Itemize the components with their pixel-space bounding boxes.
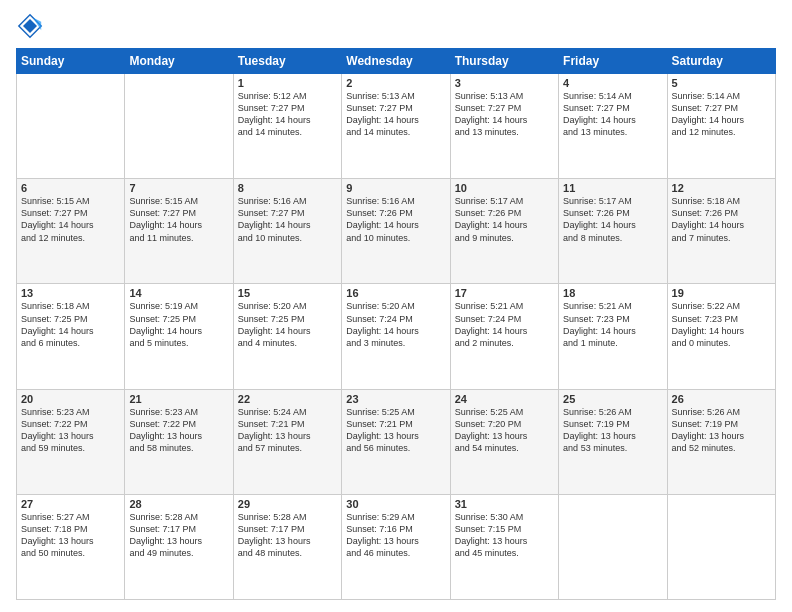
day-info: Sunrise: 5:30 AM Sunset: 7:15 PM Dayligh… xyxy=(455,511,554,560)
day-number: 10 xyxy=(455,182,554,194)
day-number: 3 xyxy=(455,77,554,89)
day-number: 23 xyxy=(346,393,445,405)
day-info: Sunrise: 5:17 AM Sunset: 7:26 PM Dayligh… xyxy=(563,195,662,244)
day-number: 7 xyxy=(129,182,228,194)
day-info: Sunrise: 5:19 AM Sunset: 7:25 PM Dayligh… xyxy=(129,300,228,349)
col-header-wednesday: Wednesday xyxy=(342,49,450,74)
day-cell: 3Sunrise: 5:13 AM Sunset: 7:27 PM Daylig… xyxy=(450,74,558,179)
day-number: 26 xyxy=(672,393,771,405)
day-cell: 27Sunrise: 5:27 AM Sunset: 7:18 PM Dayli… xyxy=(17,494,125,599)
day-cell: 23Sunrise: 5:25 AM Sunset: 7:21 PM Dayli… xyxy=(342,389,450,494)
day-info: Sunrise: 5:28 AM Sunset: 7:17 PM Dayligh… xyxy=(129,511,228,560)
day-number: 6 xyxy=(21,182,120,194)
day-cell: 10Sunrise: 5:17 AM Sunset: 7:26 PM Dayli… xyxy=(450,179,558,284)
day-number: 1 xyxy=(238,77,337,89)
day-cell: 13Sunrise: 5:18 AM Sunset: 7:25 PM Dayli… xyxy=(17,284,125,389)
day-number: 15 xyxy=(238,287,337,299)
day-info: Sunrise: 5:23 AM Sunset: 7:22 PM Dayligh… xyxy=(129,406,228,455)
day-info: Sunrise: 5:25 AM Sunset: 7:20 PM Dayligh… xyxy=(455,406,554,455)
day-info: Sunrise: 5:21 AM Sunset: 7:23 PM Dayligh… xyxy=(563,300,662,349)
day-cell: 15Sunrise: 5:20 AM Sunset: 7:25 PM Dayli… xyxy=(233,284,341,389)
calendar-header-row: SundayMondayTuesdayWednesdayThursdayFrid… xyxy=(17,49,776,74)
day-number: 2 xyxy=(346,77,445,89)
day-cell: 20Sunrise: 5:23 AM Sunset: 7:22 PM Dayli… xyxy=(17,389,125,494)
day-cell: 4Sunrise: 5:14 AM Sunset: 7:27 PM Daylig… xyxy=(559,74,667,179)
week-row-5: 27Sunrise: 5:27 AM Sunset: 7:18 PM Dayli… xyxy=(17,494,776,599)
day-number: 16 xyxy=(346,287,445,299)
day-info: Sunrise: 5:20 AM Sunset: 7:25 PM Dayligh… xyxy=(238,300,337,349)
col-header-saturday: Saturday xyxy=(667,49,775,74)
day-info: Sunrise: 5:14 AM Sunset: 7:27 PM Dayligh… xyxy=(672,90,771,139)
day-info: Sunrise: 5:14 AM Sunset: 7:27 PM Dayligh… xyxy=(563,90,662,139)
day-cell: 5Sunrise: 5:14 AM Sunset: 7:27 PM Daylig… xyxy=(667,74,775,179)
week-row-1: 1Sunrise: 5:12 AM Sunset: 7:27 PM Daylig… xyxy=(17,74,776,179)
day-number: 28 xyxy=(129,498,228,510)
day-cell: 14Sunrise: 5:19 AM Sunset: 7:25 PM Dayli… xyxy=(125,284,233,389)
day-cell: 24Sunrise: 5:25 AM Sunset: 7:20 PM Dayli… xyxy=(450,389,558,494)
day-number: 18 xyxy=(563,287,662,299)
day-cell: 18Sunrise: 5:21 AM Sunset: 7:23 PM Dayli… xyxy=(559,284,667,389)
day-info: Sunrise: 5:16 AM Sunset: 7:27 PM Dayligh… xyxy=(238,195,337,244)
day-cell xyxy=(667,494,775,599)
header xyxy=(16,12,776,40)
day-cell: 6Sunrise: 5:15 AM Sunset: 7:27 PM Daylig… xyxy=(17,179,125,284)
day-cell: 28Sunrise: 5:28 AM Sunset: 7:17 PM Dayli… xyxy=(125,494,233,599)
day-cell xyxy=(559,494,667,599)
day-info: Sunrise: 5:15 AM Sunset: 7:27 PM Dayligh… xyxy=(129,195,228,244)
day-cell: 19Sunrise: 5:22 AM Sunset: 7:23 PM Dayli… xyxy=(667,284,775,389)
day-info: Sunrise: 5:17 AM Sunset: 7:26 PM Dayligh… xyxy=(455,195,554,244)
col-header-sunday: Sunday xyxy=(17,49,125,74)
day-number: 13 xyxy=(21,287,120,299)
day-number: 4 xyxy=(563,77,662,89)
day-number: 31 xyxy=(455,498,554,510)
day-info: Sunrise: 5:25 AM Sunset: 7:21 PM Dayligh… xyxy=(346,406,445,455)
day-info: Sunrise: 5:20 AM Sunset: 7:24 PM Dayligh… xyxy=(346,300,445,349)
day-number: 24 xyxy=(455,393,554,405)
week-row-3: 13Sunrise: 5:18 AM Sunset: 7:25 PM Dayli… xyxy=(17,284,776,389)
logo-icon xyxy=(16,12,44,40)
day-info: Sunrise: 5:13 AM Sunset: 7:27 PM Dayligh… xyxy=(346,90,445,139)
page: SundayMondayTuesdayWednesdayThursdayFrid… xyxy=(0,0,792,612)
day-cell: 2Sunrise: 5:13 AM Sunset: 7:27 PM Daylig… xyxy=(342,74,450,179)
day-number: 20 xyxy=(21,393,120,405)
day-cell: 12Sunrise: 5:18 AM Sunset: 7:26 PM Dayli… xyxy=(667,179,775,284)
day-cell: 30Sunrise: 5:29 AM Sunset: 7:16 PM Dayli… xyxy=(342,494,450,599)
col-header-friday: Friday xyxy=(559,49,667,74)
day-number: 9 xyxy=(346,182,445,194)
day-cell: 26Sunrise: 5:26 AM Sunset: 7:19 PM Dayli… xyxy=(667,389,775,494)
day-cell xyxy=(17,74,125,179)
day-cell: 11Sunrise: 5:17 AM Sunset: 7:26 PM Dayli… xyxy=(559,179,667,284)
day-cell: 29Sunrise: 5:28 AM Sunset: 7:17 PM Dayli… xyxy=(233,494,341,599)
day-cell xyxy=(125,74,233,179)
day-number: 21 xyxy=(129,393,228,405)
day-cell: 8Sunrise: 5:16 AM Sunset: 7:27 PM Daylig… xyxy=(233,179,341,284)
day-number: 19 xyxy=(672,287,771,299)
day-number: 14 xyxy=(129,287,228,299)
day-info: Sunrise: 5:18 AM Sunset: 7:25 PM Dayligh… xyxy=(21,300,120,349)
day-info: Sunrise: 5:12 AM Sunset: 7:27 PM Dayligh… xyxy=(238,90,337,139)
day-info: Sunrise: 5:13 AM Sunset: 7:27 PM Dayligh… xyxy=(455,90,554,139)
day-cell: 1Sunrise: 5:12 AM Sunset: 7:27 PM Daylig… xyxy=(233,74,341,179)
logo xyxy=(16,12,48,40)
day-cell: 7Sunrise: 5:15 AM Sunset: 7:27 PM Daylig… xyxy=(125,179,233,284)
day-number: 8 xyxy=(238,182,337,194)
svg-marker-1 xyxy=(23,19,37,33)
day-info: Sunrise: 5:26 AM Sunset: 7:19 PM Dayligh… xyxy=(672,406,771,455)
day-number: 25 xyxy=(563,393,662,405)
day-info: Sunrise: 5:24 AM Sunset: 7:21 PM Dayligh… xyxy=(238,406,337,455)
calendar-table: SundayMondayTuesdayWednesdayThursdayFrid… xyxy=(16,48,776,600)
week-row-4: 20Sunrise: 5:23 AM Sunset: 7:22 PM Dayli… xyxy=(17,389,776,494)
day-number: 5 xyxy=(672,77,771,89)
day-info: Sunrise: 5:15 AM Sunset: 7:27 PM Dayligh… xyxy=(21,195,120,244)
day-number: 17 xyxy=(455,287,554,299)
day-info: Sunrise: 5:22 AM Sunset: 7:23 PM Dayligh… xyxy=(672,300,771,349)
day-cell: 17Sunrise: 5:21 AM Sunset: 7:24 PM Dayli… xyxy=(450,284,558,389)
day-info: Sunrise: 5:29 AM Sunset: 7:16 PM Dayligh… xyxy=(346,511,445,560)
col-header-monday: Monday xyxy=(125,49,233,74)
col-header-tuesday: Tuesday xyxy=(233,49,341,74)
day-cell: 22Sunrise: 5:24 AM Sunset: 7:21 PM Dayli… xyxy=(233,389,341,494)
week-row-2: 6Sunrise: 5:15 AM Sunset: 7:27 PM Daylig… xyxy=(17,179,776,284)
day-number: 11 xyxy=(563,182,662,194)
col-header-thursday: Thursday xyxy=(450,49,558,74)
day-info: Sunrise: 5:18 AM Sunset: 7:26 PM Dayligh… xyxy=(672,195,771,244)
